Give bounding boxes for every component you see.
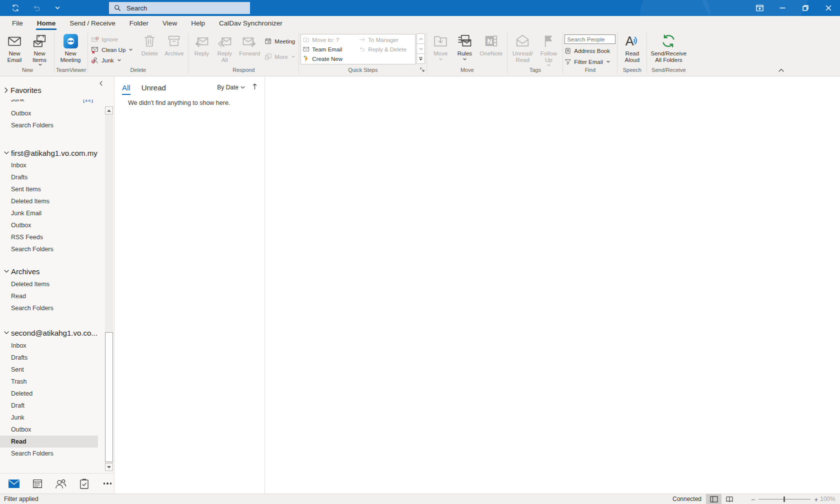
tab-folder[interactable]: Folder bbox=[122, 16, 156, 30]
reply-button[interactable]: Reply bbox=[190, 31, 213, 57]
normal-view-button[interactable] bbox=[706, 494, 722, 504]
zoom-slider-track[interactable] bbox=[758, 499, 810, 500]
navigation-bar bbox=[0, 473, 114, 494]
account1-header[interactable]: first@atikahg1.vo.com.my bbox=[4, 146, 98, 159]
folder-item-rss-feeds[interactable]: RSS Feeds bbox=[0, 231, 98, 243]
read-aloud-button[interactable]: A Read Aloud bbox=[619, 31, 645, 63]
scrollbar-thumb[interactable] bbox=[105, 332, 113, 462]
quick-step-create-new[interactable]: Create New bbox=[303, 54, 359, 63]
folder-item-inbox[interactable]: Inbox bbox=[0, 340, 98, 352]
folder-item-trash[interactable]: Trash bbox=[0, 376, 98, 388]
folder-item-drafts[interactable]: Drafts bbox=[0, 352, 98, 364]
ribbon-display-options-icon[interactable] bbox=[748, 0, 771, 16]
tab-send-receive[interactable]: Send / Receive bbox=[62, 16, 122, 30]
folder-item-inbox[interactable]: Inbox bbox=[0, 159, 98, 171]
restore-icon[interactable] bbox=[794, 0, 817, 16]
quick-step-to-manager[interactable]: To Manager bbox=[359, 35, 413, 44]
folder-pane-scrollbar[interactable] bbox=[105, 106, 113, 471]
tab-unread[interactable]: Unread bbox=[142, 83, 166, 95]
gallery-scroll-up[interactable] bbox=[416, 33, 425, 44]
undo-icon[interactable] bbox=[31, 2, 42, 13]
customize-qat-icon[interactable] bbox=[52, 2, 63, 13]
folder-item-outbox[interactable]: Outbox bbox=[0, 424, 98, 436]
more-icon[interactable] bbox=[101, 477, 114, 490]
folder-item-search-folders[interactable]: Search Folders bbox=[0, 243, 98, 255]
filter-email-button[interactable]: Filter Email bbox=[564, 56, 610, 67]
sort-direction-icon[interactable] bbox=[252, 83, 258, 92]
quick-step-reply-delete[interactable]: Reply & Delete bbox=[359, 44, 413, 54]
quick-steps-dialog-launcher[interactable] bbox=[420, 65, 425, 74]
tasks-icon[interactable] bbox=[78, 477, 90, 490]
zoom-level[interactable]: 100% bbox=[820, 496, 836, 503]
forward-button[interactable]: Forward bbox=[236, 31, 263, 57]
folder-item-read[interactable]: Read bbox=[0, 290, 98, 302]
tab-view[interactable]: View bbox=[156, 16, 184, 30]
meeting-button[interactable]: Meeting bbox=[263, 36, 296, 46]
scroll-down-icon[interactable] bbox=[105, 463, 113, 471]
quick-step-team-email[interactable]: Team Email bbox=[303, 44, 359, 54]
quick-step-move-to[interactable]: Move to: ? bbox=[303, 35, 359, 44]
new-email-button[interactable]: New Email bbox=[2, 31, 26, 63]
folder-item-search-folders[interactable]: Search Folders bbox=[0, 302, 98, 314]
zoom-out-icon[interactable]: − bbox=[751, 496, 755, 504]
folder-item-outbox[interactable]: Outbox bbox=[0, 219, 98, 231]
tab-caldav-synchronizer[interactable]: CalDav Synchronizer bbox=[212, 16, 290, 30]
folder-item-junk[interactable]: Junk bbox=[0, 412, 98, 424]
delete-button[interactable]: Delete bbox=[138, 31, 162, 57]
clipped-folder-row[interactable]: Junk [12] bbox=[0, 99, 98, 105]
new-items-button[interactable]: New Items bbox=[26, 31, 52, 66]
folder-item-read-selected[interactable]: Read bbox=[0, 436, 98, 448]
folder-item-deleted-items[interactable]: Deleted Items bbox=[0, 278, 98, 290]
tab-file[interactable]: File bbox=[5, 16, 30, 30]
folder-item-junk-email[interactable]: Junk Email bbox=[0, 207, 98, 219]
search-people-input[interactable] bbox=[564, 34, 616, 44]
search-bar[interactable] bbox=[109, 2, 250, 14]
archive-button[interactable]: Archive bbox=[162, 31, 186, 57]
favorites-section-header[interactable]: Favorites bbox=[4, 83, 42, 96]
more-respond-button[interactable]: More bbox=[263, 51, 296, 62]
sort-by-date-dropdown[interactable]: By Date bbox=[217, 84, 245, 91]
calendar-icon[interactable] bbox=[31, 477, 44, 490]
tab-help[interactable]: Help bbox=[184, 16, 212, 30]
zoom-slider-thumb[interactable] bbox=[784, 497, 785, 502]
clean-up-button[interactable]: Clean Up bbox=[90, 44, 134, 55]
unread-read-button[interactable]: Unread/ Read bbox=[509, 31, 536, 63]
account2-header[interactable]: second@atikahg1.vo.co... bbox=[4, 326, 98, 339]
archives-header[interactable]: Archives bbox=[4, 265, 40, 278]
search-input[interactable] bbox=[126, 4, 238, 12]
folder-item-outbox[interactable]: Outbox bbox=[0, 107, 98, 119]
gallery-scroll-down[interactable] bbox=[416, 43, 425, 54]
scroll-up-icon[interactable] bbox=[105, 106, 113, 114]
ignore-button[interactable]: Ignore bbox=[90, 34, 120, 44]
new-meeting-button[interactable]: New Meeting bbox=[56, 31, 85, 63]
folder-item-draft[interactable]: Draft bbox=[0, 400, 98, 412]
folder-item-sent[interactable]: Sent bbox=[0, 364, 98, 376]
address-book-button[interactable]: Address Book bbox=[564, 45, 610, 56]
onenote-button[interactable]: N OneNote bbox=[476, 31, 506, 57]
tab-all[interactable]: All bbox=[122, 83, 130, 95]
rules-button[interactable]: Rules bbox=[452, 31, 476, 60]
close-icon[interactable] bbox=[817, 0, 840, 16]
move-button[interactable]: Move bbox=[428, 31, 452, 60]
mail-icon[interactable] bbox=[8, 477, 20, 490]
folder-item-deleted-items[interactable]: Deleted Items bbox=[0, 195, 98, 207]
gallery-more-button[interactable] bbox=[416, 53, 425, 64]
minimize-folder-pane-icon[interactable] bbox=[99, 79, 103, 88]
send-receive-all-folders-button[interactable]: Send/Receive All Folders bbox=[648, 31, 688, 63]
folder-item-search-folders[interactable]: Search Folders bbox=[0, 448, 98, 460]
people-icon[interactable] bbox=[54, 477, 68, 490]
zoom-in-icon[interactable]: + bbox=[814, 496, 818, 504]
folder-item-deleted[interactable]: Deleted bbox=[0, 388, 98, 400]
follow-up-button[interactable]: Follow Up bbox=[536, 31, 561, 66]
minimize-icon[interactable] bbox=[771, 0, 794, 16]
send-receive-icon[interactable] bbox=[10, 2, 21, 13]
junk-button[interactable]: Junk bbox=[90, 55, 122, 65]
collapse-ribbon-icon[interactable] bbox=[778, 65, 784, 74]
folder-item-drafts[interactable]: Drafts bbox=[0, 171, 98, 183]
reading-view-button[interactable] bbox=[722, 494, 737, 504]
onenote-icon: N bbox=[484, 33, 498, 49]
tab-home[interactable]: Home bbox=[30, 16, 63, 30]
folder-item-search-folders[interactable]: Search Folders bbox=[0, 119, 98, 131]
folder-item-sent-items[interactable]: Sent Items bbox=[0, 183, 98, 195]
reply-all-button[interactable]: Reply All bbox=[213, 31, 236, 63]
